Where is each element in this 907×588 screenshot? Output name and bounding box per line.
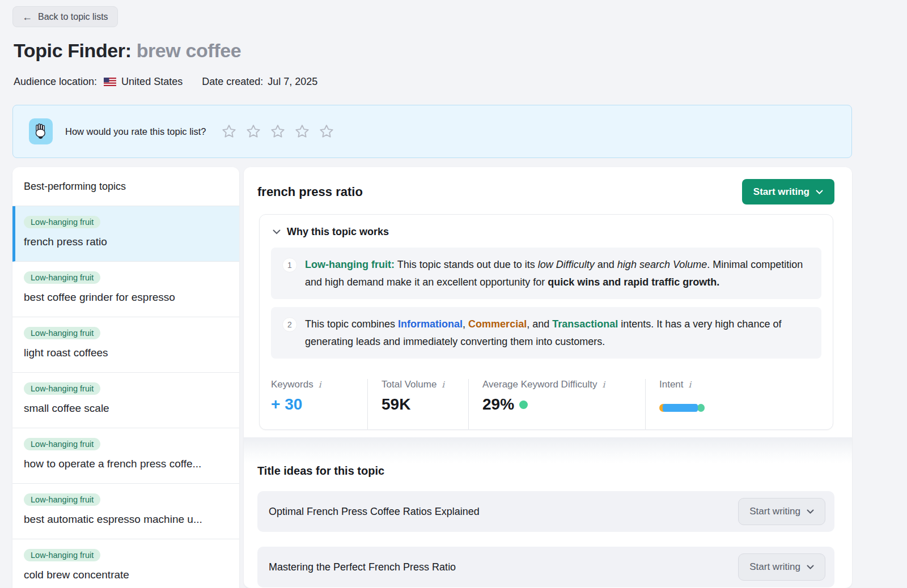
topic-list-item[interactable]: Low-hanging fruit best coffee grinder fo… bbox=[12, 262, 239, 317]
start-writing-label: Start writing bbox=[749, 506, 800, 517]
total-volume-value: 59K bbox=[382, 395, 468, 414]
topic-list-item[interactable]: Low-hanging fruit how to operate a frenc… bbox=[12, 428, 239, 484]
title-idea-text: Optimal French Press Coffee Ratios Expla… bbox=[269, 506, 480, 518]
chevron-down-icon bbox=[816, 190, 823, 194]
scroll-shadow bbox=[244, 437, 852, 463]
star-icon[interactable] bbox=[221, 123, 237, 139]
topic-list-item[interactable]: Low-hanging fruit french press ratio bbox=[12, 206, 239, 262]
page-title-topic: brew coffee bbox=[137, 40, 241, 61]
start-writing-label: Start writing bbox=[749, 561, 800, 573]
low-hanging-fruit-badge: Low-hanging fruit bbox=[24, 216, 100, 228]
topic-list-item[interactable]: Low-hanging fruit light roast coffees bbox=[12, 317, 239, 373]
chevron-down-icon bbox=[807, 509, 814, 514]
selected-topic-title: french press ratio bbox=[257, 185, 363, 199]
reason-text: This topic combines Informational, Comme… bbox=[305, 316, 810, 350]
topic-list-item[interactable]: Low-hanging fruit small coffee scale bbox=[12, 373, 239, 428]
best-performing-topics-panel: Best-performing topics Low-hanging fruit… bbox=[12, 167, 239, 588]
sidebar-title: Best-performing topics bbox=[12, 167, 239, 206]
metric-keywords: Keywords i + 30 bbox=[271, 379, 367, 429]
meta-line: Audience location: United States Date cr… bbox=[14, 76, 317, 88]
topic-detail-header: french press ratio Start writing bbox=[244, 167, 852, 204]
topic-finder-page: ← Back to topic lists Topic Finder: brew… bbox=[0, 0, 907, 588]
chevron-down-icon bbox=[273, 229, 281, 235]
info-icon[interactable]: i bbox=[319, 380, 321, 390]
start-writing-button[interactable]: Start writing bbox=[742, 179, 834, 204]
metric-total-volume: Total Volume i 59K bbox=[367, 379, 468, 429]
info-icon[interactable]: i bbox=[442, 380, 444, 390]
waving-hand-icon bbox=[29, 118, 53, 144]
topic-item-title: light roast coffees bbox=[24, 347, 228, 359]
start-writing-idea-button[interactable]: Start writing bbox=[738, 553, 825, 581]
back-to-topic-lists-button[interactable]: ← Back to topic lists bbox=[12, 6, 118, 27]
intent-segment-informational bbox=[663, 404, 698, 412]
intent-bar bbox=[659, 404, 705, 412]
rating-banner: How would you rate this topic list? bbox=[12, 105, 852, 158]
info-icon[interactable]: i bbox=[603, 380, 605, 390]
keywords-label: Keywords bbox=[271, 379, 313, 390]
low-hanging-fruit-badge: Low-hanging fruit bbox=[24, 438, 100, 450]
title-ideas-heading: Title ideas for this topic bbox=[257, 465, 852, 478]
difficulty-status-dot bbox=[519, 400, 528, 409]
date-created-value: Jul 7, 2025 bbox=[268, 76, 317, 88]
why-topic-works-card: Why this topic works 1 Low-hanging fruit… bbox=[259, 214, 833, 430]
reason-number: 2 bbox=[282, 317, 297, 332]
difficulty-value: 29% bbox=[482, 395, 645, 414]
rating-stars bbox=[221, 123, 334, 139]
low-hanging-fruit-badge: Low-hanging fruit bbox=[24, 493, 100, 506]
reason-item: 2 This topic combines Informational, Com… bbox=[271, 307, 821, 359]
page-title-prefix: Topic Finder: bbox=[14, 40, 137, 61]
metric-keyword-difficulty: Average Keyword Difficulty i 29% bbox=[468, 379, 645, 429]
topic-item-title: cold brew concentrate bbox=[24, 569, 228, 581]
star-icon[interactable] bbox=[294, 123, 310, 139]
intent-label: Intent bbox=[659, 379, 684, 390]
back-arrow-icon: ← bbox=[22, 12, 32, 22]
rating-question: How would you rate this topic list? bbox=[65, 126, 206, 137]
topic-list-item[interactable]: Low-hanging fruit best automatic espress… bbox=[12, 484, 239, 539]
topic-list-item[interactable]: Low-hanging fruit cold brew concentrate bbox=[12, 539, 239, 588]
why-topic-works-toggle[interactable]: Why this topic works bbox=[271, 226, 821, 248]
topic-item-title: french press ratio bbox=[24, 236, 228, 248]
star-icon[interactable] bbox=[245, 123, 261, 139]
low-hanging-fruit-badge: Low-hanging fruit bbox=[24, 271, 100, 284]
topic-item-title: best coffee grinder for espresso bbox=[24, 291, 228, 304]
info-icon[interactable]: i bbox=[689, 380, 692, 390]
audience-location-value: United States bbox=[121, 76, 183, 88]
topic-item-title: small coffee scale bbox=[24, 402, 228, 415]
topic-detail-panel: french press ratio Start writing Why thi… bbox=[244, 167, 852, 588]
chevron-down-icon bbox=[807, 565, 814, 569]
topic-item-title: how to operate a french press coffe... bbox=[24, 458, 228, 470]
keywords-value: + 30 bbox=[271, 395, 367, 414]
us-flag-icon bbox=[104, 78, 116, 86]
title-idea-card: Mastering the Perfect French Press Ratio… bbox=[257, 547, 834, 587]
start-writing-idea-button[interactable]: Start writing bbox=[738, 498, 825, 525]
low-hanging-fruit-badge: Low-hanging fruit bbox=[24, 327, 100, 339]
page-title: Topic Finder: brew coffee bbox=[14, 40, 241, 62]
date-created: Date created: Jul 7, 2025 bbox=[202, 76, 317, 88]
reason-text: Low-hanging fruit: This topic stands out… bbox=[305, 256, 810, 291]
low-hanging-fruit-badge: Low-hanging fruit bbox=[24, 549, 100, 561]
difficulty-label: Average Keyword Difficulty bbox=[482, 379, 597, 390]
low-hanging-fruit-badge: Low-hanging fruit bbox=[24, 382, 100, 395]
metrics-row: Keywords i + 30 Total Volume i 59K Avera… bbox=[271, 367, 821, 429]
date-created-label: Date created: bbox=[202, 76, 263, 88]
star-icon[interactable] bbox=[270, 123, 286, 139]
back-button-label: Back to topic lists bbox=[38, 12, 108, 22]
reason-number: 1 bbox=[282, 258, 297, 272]
star-icon[interactable] bbox=[319, 123, 334, 139]
intent-segment-transactional bbox=[697, 404, 705, 412]
start-writing-label: Start writing bbox=[753, 186, 809, 198]
title-idea-card: Optimal French Press Coffee Ratios Expla… bbox=[257, 491, 834, 532]
why-topic-works-title: Why this topic works bbox=[287, 226, 389, 238]
metric-intent: Intent i bbox=[645, 379, 821, 429]
topic-item-title: best automatic espresso machine u... bbox=[24, 513, 228, 526]
title-idea-text: Mastering the Perfect French Press Ratio bbox=[269, 561, 456, 573]
total-volume-label: Total Volume bbox=[382, 379, 436, 390]
audience-location: Audience location: United States bbox=[14, 76, 183, 88]
audience-location-label: Audience location: bbox=[14, 76, 97, 88]
reason-item: 1 Low-hanging fruit: This topic stands o… bbox=[271, 248, 821, 299]
